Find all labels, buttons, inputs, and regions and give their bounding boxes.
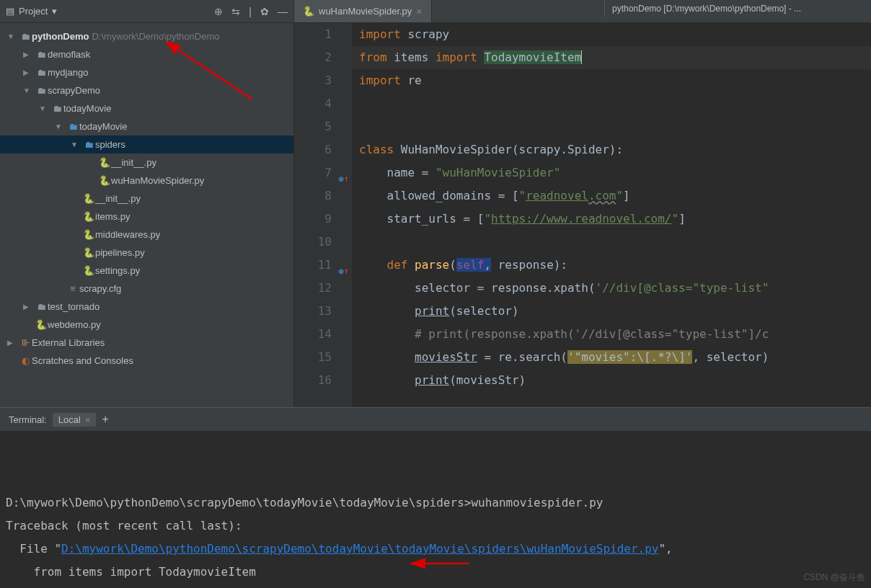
project-header: ▤ Project ▾ ⊕ ⇆ | ✿ —: [0, 0, 293, 23]
tab-label: wuHanMovieSpider.py: [319, 6, 412, 17]
add-terminal-button[interactable]: +: [102, 413, 108, 426]
tree-item[interactable]: 🐍items.py: [0, 208, 293, 226]
watermark: CSDN @奋斗鱼: [803, 571, 865, 584]
tree-item[interactable]: ▼🖿pythonDemoD:\mywork\Demo\pythonDemo: [0, 27, 293, 45]
chevron-down-icon: ▾: [52, 6, 57, 17]
terminal-line: File "D:\mywork\Demo\pythonDemo\scrapyDe…: [6, 538, 865, 561]
window-title: pythonDemo [D:\mywork\Demo\pythonDemo] -…: [612, 4, 801, 14]
tree-item[interactable]: 🐍pipelines.py: [0, 244, 293, 262]
tree-item[interactable]: ▼🖿todayMovie: [0, 117, 293, 135]
terminal-panel: Terminal: Local × + D:\mywork\Demo\pytho…: [0, 407, 871, 588]
terminal-line: ModuleNotFoundError: No module named 'it…: [6, 584, 865, 588]
tree-item[interactable]: 🐍__init__.py: [0, 153, 293, 172]
close-icon[interactable]: ×: [416, 6, 422, 17]
tree-item[interactable]: ▼🖿spiders: [0, 135, 293, 153]
project-title: Project: [19, 6, 48, 17]
tree-item[interactable]: ▶🖿mydjango: [0, 63, 293, 81]
tree-item[interactable]: ▼🖿todayMovie: [0, 99, 293, 117]
project-tree[interactable]: ▼🖿pythonDemoD:\mywork\Demo\pythonDemo▶🖿d…: [0, 23, 293, 407]
minimize-icon[interactable]: —: [278, 6, 288, 17]
project-icon: ▤: [6, 6, 14, 17]
tree-item[interactable]: 🐍settings.py: [0, 262, 293, 280]
tree-item[interactable]: 🐍__init__.py: [0, 190, 293, 208]
project-panel: ▤ Project ▾ ⊕ ⇆ | ✿ — ▼🖿pythonDemoD:\myw…: [0, 0, 294, 407]
close-icon[interactable]: ×: [85, 414, 91, 425]
tree-item[interactable]: ▶🖿test_tornado: [0, 298, 293, 316]
terminal-body[interactable]: D:\mywork\Demo\pythonDemo\scrapyDemo\tod…: [0, 431, 871, 588]
tree-item[interactable]: ◐Scratches and Consoles: [0, 352, 293, 370]
tree-item[interactable]: ▼🖿scrapyDemo: [0, 81, 293, 99]
gutter: 12345678910111213141516●↑●↑: [294, 23, 352, 407]
tab-wuhanmoviespider[interactable]: 🐍 wuHanMovieSpider.py ×: [294, 0, 432, 22]
tree-item[interactable]: ▶⊪External Libraries: [0, 334, 293, 352]
tree-item[interactable]: 🐍webdemo.py: [0, 316, 293, 334]
terminal-header: Terminal: Local × +: [0, 408, 871, 431]
gear-icon[interactable]: ✿: [260, 6, 269, 17]
python-icon: 🐍: [303, 6, 314, 17]
tree-item[interactable]: ▶🖿demoflask: [0, 45, 293, 63]
project-dropdown[interactable]: ▤ Project ▾: [6, 6, 57, 17]
code-body[interactable]: import scrapyfrom items import Todaymovi…: [352, 23, 871, 407]
terminal-line: D:\mywork\Demo\pythonDemo\scrapyDemo\tod…: [6, 491, 865, 514]
tree-item[interactable]: 🐍wuHanMovieSpider.py: [0, 172, 293, 190]
tree-item[interactable]: 🐍middlewares.py: [0, 226, 293, 244]
terminal-tab[interactable]: Local ×: [53, 413, 97, 427]
target-icon[interactable]: ⊕: [214, 6, 223, 17]
collapse-icon[interactable]: ⇆: [231, 6, 240, 17]
terminal-line: from items import TodaymovieItem: [6, 561, 865, 584]
editor-area: 🐍 wuHanMovieSpider.py × 1234567891011121…: [294, 0, 871, 407]
terminal-line: Traceback (most recent call last):: [6, 514, 865, 538]
terminal-tab-label: Local: [58, 414, 81, 425]
code-editor[interactable]: 12345678910111213141516●↑●↑ import scrap…: [294, 23, 871, 407]
terminal-title: Terminal:: [9, 414, 47, 425]
title-bar: pythonDemo [D:\mywork\Demo\pythonDemo] -…: [604, 0, 871, 17]
tree-item[interactable]: ≡scrapy.cfg: [0, 280, 293, 298]
